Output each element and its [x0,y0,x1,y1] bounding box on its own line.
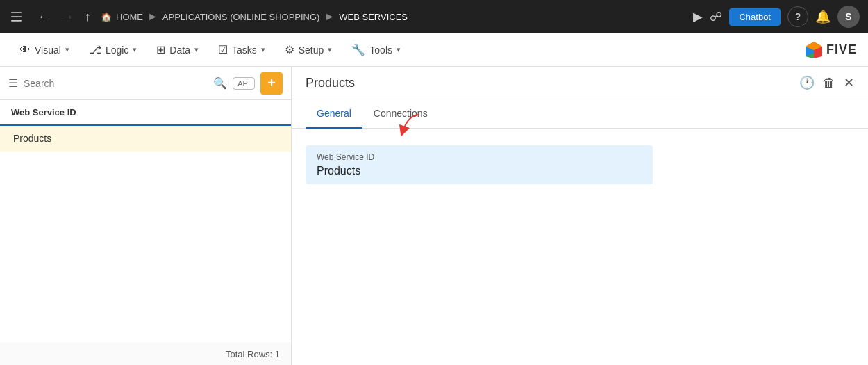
play-icon[interactable]: ▶ [693,9,703,24]
history-icon[interactable]: 🕐 [799,75,815,90]
column-header-web-service-id: Web Service ID [0,100,291,126]
tasks-chevron-icon: ▾ [261,45,265,54]
svg-rect-2 [11,20,22,22]
tools-icon: 🔧 [351,43,365,56]
add-button[interactable]: + [260,72,283,95]
notification-bell-icon[interactable]: 🔔 [815,9,831,24]
tab-general[interactable]: General [306,99,362,129]
web-service-id-field: Web Service ID Products [306,145,653,184]
tools-chevron-icon: ▾ [397,45,401,54]
search-magnifier-icon[interactable]: 🔍 [213,76,227,90]
breadcrumb: 🏠 HOME ► APPLICATIONS (ONLINE SHOPPING) … [101,10,687,23]
svg-rect-0 [11,12,22,13]
left-panel: ☰ 🔍 API + Web Service ID Products Total … [0,67,292,365]
left-panel-footer: Total Rows: 1 [0,343,291,365]
nav-right-actions: ▶ ☍ Chatbot ? 🔔 S [693,6,860,28]
search-bar: ☰ 🔍 API + [0,67,291,100]
field-value-web-service-id: Products [317,165,642,177]
logic-icon: ⎇ [89,43,101,56]
back-button[interactable]: ← [33,7,54,27]
nav-back-fwd: ← → ↑ [33,7,95,27]
data-chevron-icon: ▾ [194,45,199,54]
close-icon[interactable]: ✕ [844,75,854,90]
nav-item-visual[interactable]: 👁 Visual ▾ [11,40,78,60]
secondary-navigation: 👁 Visual ▾ ⎇ Logic ▾ ⊞ Data ▾ ☑ Tasks ▾ … [0,33,868,67]
help-button[interactable]: ? [787,6,808,27]
forward-button[interactable]: → [57,7,78,27]
tasks-icon: ☑ [218,43,228,56]
breadcrumb-sep-2: ► [324,10,335,23]
visual-chevron-icon: ▾ [65,45,69,54]
nav-item-tools[interactable]: 🔧 Tools ▾ [343,39,409,60]
visual-icon: 👁 [19,44,31,56]
search-icon[interactable]: ☍ [710,9,722,24]
right-panel-header: Products 🕐 🗑 ✕ [292,67,868,99]
up-button[interactable]: ↑ [81,7,95,27]
field-label-web-service-id: Web Service ID [317,152,642,162]
right-panel-actions: 🕐 🗑 ✕ [799,75,854,90]
form-area: Web Service ID Products [292,129,868,365]
tab-connections[interactable]: Connections [362,99,439,129]
panel-title: Products [306,76,355,90]
list-area: Products [0,126,291,343]
breadcrumb-app[interactable]: APPLICATIONS (ONLINE SHOPPING) [162,12,320,22]
search-input[interactable] [24,78,208,89]
tabs-container: General Connections [292,99,868,129]
filter-icon[interactable]: ☰ [8,76,18,90]
menu-icon[interactable] [8,7,28,26]
five-logo-text: FIVE [826,42,857,57]
nav-item-tasks[interactable]: ☑ Tasks ▾ [210,39,274,60]
right-panel: Products 🕐 🗑 ✕ General Connections [292,67,868,365]
api-badge: API [233,77,255,90]
avatar[interactable]: S [837,6,860,28]
setup-icon: ⚙ [285,43,294,56]
breadcrumb-home[interactable]: 🏠 HOME [101,12,143,22]
setup-chevron-icon: ▾ [328,45,332,54]
list-item[interactable]: Products [0,126,291,152]
logic-chevron-icon: ▾ [133,45,137,54]
breadcrumb-sep-1: ► [147,10,158,23]
top-navigation: ← → ↑ 🏠 HOME ► APPLICATIONS (ONLINE SHOP… [0,0,868,33]
delete-icon[interactable]: 🗑 [823,76,835,90]
nav-item-data[interactable]: ⊞ Data ▾ [148,39,207,60]
nav-item-setup[interactable]: ⚙ Setup ▾ [276,39,341,60]
five-logo: FIVE [804,40,857,60]
breadcrumb-current: WEB SERVICES [339,12,408,22]
nav-item-logic[interactable]: ⎇ Logic ▾ [81,39,145,60]
main-layout: ☰ 🔍 API + Web Service ID Products Total … [0,67,868,365]
svg-rect-1 [11,16,22,17]
chatbot-button[interactable]: Chatbot [729,8,781,26]
data-icon: ⊞ [156,43,165,56]
